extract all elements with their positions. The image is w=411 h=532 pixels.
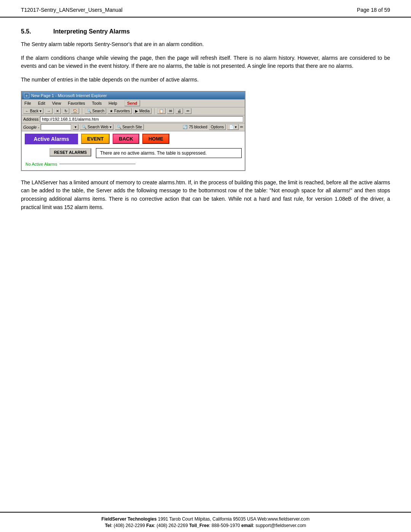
menu-favorites[interactable]: Favorites: [67, 101, 86, 106]
no-alarms-line: [59, 164, 135, 164]
page-view-button[interactable]: 📄 ▾: [227, 124, 239, 130]
alarms-middle-row: RESET ALARMS There are no active alarms.…: [22, 147, 245, 160]
footer-fax-label: Fax: [145, 523, 154, 528]
pen-icon: ✏: [240, 125, 243, 129]
page-footer: FieldServer Technologies 1991 Tarob Cour…: [0, 512, 411, 532]
footer-tel: : (408) 262-2299: [111, 523, 145, 528]
doc-title: T12017-Sentry_LANServer_Users_Manual: [21, 7, 123, 13]
browser-content: Active Alarms EVENT BACK HOME RESET ALAR…: [22, 131, 245, 170]
alarms-header-row: Active Alarms EVENT BACK HOME: [22, 131, 245, 147]
active-alarms-badge: Active Alarms: [25, 134, 78, 144]
google-toolbar[interactable]: Google - ▾ 🔍 Search Web ▾ 🔍 Search Site …: [22, 123, 245, 131]
no-alarms-row: No Active Alarms: [22, 160, 245, 170]
search-web-button[interactable]: 🔍 Search Web ▾: [80, 124, 113, 130]
toolbar-separator-2: [154, 108, 155, 114]
options-button[interactable]: Options: [209, 124, 226, 130]
refresh-button[interactable]: ↻: [62, 108, 69, 114]
section-title: Interpreting Sentry Alarms: [53, 28, 130, 35]
stop-button[interactable]: ✕: [54, 108, 61, 114]
footer-tel-label: Tel: [105, 523, 111, 528]
paragraph-3: The number of entries in the table depen…: [21, 76, 390, 84]
home-nav-button[interactable]: 🏠: [71, 108, 79, 114]
search-site-button[interactable]: 🔍 Search Site: [115, 124, 144, 130]
home-button[interactable]: HOME: [142, 134, 169, 144]
back-button[interactable]: ← Back ▾: [23, 108, 43, 114]
section-number: 5.5.: [21, 28, 42, 35]
google-search-input[interactable]: [41, 124, 71, 130]
favorites-button[interactable]: ★ Favorites: [108, 108, 132, 114]
browser-addressbar[interactable]: Address: [22, 115, 245, 123]
no-alarms-text: No Active Alarms: [25, 162, 57, 166]
browser-titlebar: e New Page 1 - Microsoft Internet Explor…: [22, 92, 245, 99]
event-button[interactable]: EVENT: [81, 134, 110, 144]
footer-email-label: email: [240, 523, 253, 528]
footer-line2: Tel: (408) 262-2299 Fax: (408) 262-2269 …: [21, 523, 390, 528]
menu-file[interactable]: File: [23, 101, 32, 106]
paragraph-2: If the alarm conditions change while vie…: [21, 54, 390, 70]
history-button[interactable]: 📋: [157, 108, 166, 114]
browser-icon: e: [24, 93, 29, 98]
footer-line1: FieldServer Technologies 1991 Tarob Cour…: [21, 516, 390, 522]
send-button[interactable]: Send: [124, 100, 140, 106]
toolbar-separator-1: [82, 108, 82, 114]
search-button[interactable]: 🔍 Search: [85, 108, 106, 114]
address-label: Address: [23, 117, 38, 121]
menu-tools[interactable]: Tools: [91, 101, 103, 106]
page-number: Page 18 of 59: [357, 7, 390, 13]
footer-toll-label: Toll_Free: [188, 523, 209, 528]
footer-email: : support@fieldserver.com: [253, 523, 306, 528]
menu-help[interactable]: Help: [107, 101, 118, 106]
reset-area: RESET ALARMS: [25, 148, 91, 157]
print-button[interactable]: 🖨: [175, 108, 183, 114]
browser-menubar[interactable]: File Edit View Favorites Tools Help Send: [22, 99, 245, 107]
footer-company: FieldServer Technologies: [102, 516, 157, 522]
menu-edit[interactable]: Edit: [37, 101, 46, 106]
browser-toolbar[interactable]: ← Back ▾ → ✕ ↻ 🏠 🔍 Search ★ Favorites ▶ …: [22, 107, 245, 115]
menu-view[interactable]: View: [51, 101, 62, 106]
mail-button[interactable]: ✉: [167, 108, 174, 114]
address-input[interactable]: [40, 116, 243, 122]
footer-fax: : (408) 262-2269: [154, 523, 188, 528]
forward-button[interactable]: →: [45, 108, 53, 114]
google-bar-right: 🔄 75 blocked Options 📄 ▾ ✏: [183, 124, 243, 130]
blocked-count: 75 blocked: [189, 125, 207, 129]
google-label: Google -: [23, 125, 39, 129]
browser-title: New Page 1 - Microsoft Internet Explorer: [31, 93, 107, 98]
dropdown-arrow[interactable]: ▾: [73, 124, 78, 130]
back-nav-button[interactable]: BACK: [113, 134, 139, 144]
alarm-message-box: There are no active alarms. The table is…: [96, 148, 242, 158]
footer-toll: : 888-509-1970: [209, 523, 240, 528]
refresh-icon: 🔄: [183, 125, 187, 129]
media-button[interactable]: ▶ Media: [133, 108, 151, 114]
edit-nav-button[interactable]: ✏: [185, 108, 191, 114]
footer-address: 1991 Tarob Court Milpitas, California 95…: [157, 516, 310, 522]
reset-alarms-button[interactable]: RESET ALARMS: [49, 148, 91, 157]
paragraph-4: The LANServer has a limited amount of me…: [21, 179, 390, 212]
browser-screenshot: e New Page 1 - Microsoft Internet Explor…: [21, 91, 245, 171]
paragraph-1: The Sentry alarm table reports Sentry-Se…: [21, 40, 390, 49]
